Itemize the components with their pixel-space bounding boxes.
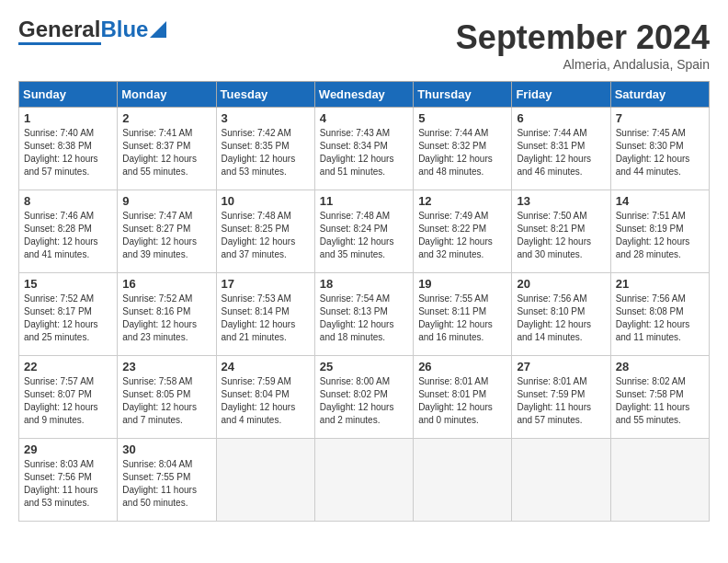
cell-details: Sunrise: 8:04 AM Sunset: 7:55 PM Dayligh… bbox=[122, 458, 210, 510]
logo: General Blue bbox=[18, 18, 166, 45]
calendar-cell: 13Sunrise: 7:50 AM Sunset: 8:21 PM Dayli… bbox=[512, 190, 610, 273]
cell-details: Sunrise: 7:52 AM Sunset: 8:16 PM Dayligh… bbox=[122, 293, 210, 344]
day-number: 10 bbox=[222, 194, 310, 208]
col-sunday: Sunday bbox=[19, 82, 118, 108]
day-number: 29 bbox=[24, 442, 112, 456]
col-friday: Friday bbox=[512, 82, 610, 108]
day-number: 12 bbox=[418, 194, 506, 208]
calendar-cell: 18Sunrise: 7:54 AM Sunset: 8:13 PM Dayli… bbox=[314, 273, 413, 356]
calendar-cell: 24Sunrise: 7:59 AM Sunset: 8:04 PM Dayli… bbox=[216, 356, 314, 439]
calendar-cell bbox=[314, 439, 413, 522]
calendar-cell: 28Sunrise: 8:02 AM Sunset: 7:58 PM Dayli… bbox=[610, 356, 709, 439]
calendar-cell: 17Sunrise: 7:53 AM Sunset: 8:14 PM Dayli… bbox=[216, 273, 314, 356]
calendar-cell: 16Sunrise: 7:52 AM Sunset: 8:16 PM Dayli… bbox=[118, 273, 216, 356]
calendar-cell: 30Sunrise: 8:04 AM Sunset: 7:55 PM Dayli… bbox=[118, 439, 216, 522]
day-number: 4 bbox=[320, 111, 408, 125]
cell-details: Sunrise: 7:48 AM Sunset: 8:24 PM Dayligh… bbox=[320, 210, 408, 261]
calendar-cell bbox=[610, 439, 709, 522]
day-number: 28 bbox=[616, 360, 704, 373]
cell-details: Sunrise: 7:48 AM Sunset: 8:25 PM Dayligh… bbox=[222, 210, 310, 261]
cell-details: Sunrise: 7:55 AM Sunset: 8:11 PM Dayligh… bbox=[418, 293, 506, 344]
calendar-cell: 27Sunrise: 8:01 AM Sunset: 7:59 PM Dayli… bbox=[512, 356, 610, 439]
day-number: 11 bbox=[320, 194, 408, 208]
cell-details: Sunrise: 8:01 AM Sunset: 7:59 PM Dayligh… bbox=[517, 375, 605, 427]
calendar-cell: 1Sunrise: 7:40 AM Sunset: 8:38 PM Daylig… bbox=[19, 108, 118, 190]
cell-details: Sunrise: 7:44 AM Sunset: 8:31 PM Dayligh… bbox=[517, 127, 605, 178]
calendar-cell: 22Sunrise: 7:57 AM Sunset: 8:07 PM Dayli… bbox=[19, 356, 118, 439]
day-number: 19 bbox=[418, 277, 506, 291]
calendar-cell: 19Sunrise: 7:55 AM Sunset: 8:11 PM Dayli… bbox=[414, 273, 512, 356]
day-number: 14 bbox=[616, 194, 704, 208]
calendar-table: Sunday Monday Tuesday Wednesday Thursday… bbox=[18, 81, 710, 522]
calendar-cell bbox=[216, 439, 314, 522]
day-number: 24 bbox=[222, 360, 310, 373]
calendar-cell bbox=[512, 439, 610, 522]
day-number: 8 bbox=[24, 194, 112, 208]
calendar-cell: 26Sunrise: 8:01 AM Sunset: 8:01 PM Dayli… bbox=[414, 356, 512, 439]
calendar-cell: 14Sunrise: 7:51 AM Sunset: 8:19 PM Dayli… bbox=[610, 190, 709, 273]
calendar-week-row: 15Sunrise: 7:52 AM Sunset: 8:17 PM Dayli… bbox=[19, 273, 710, 356]
logo-general-text: General bbox=[18, 18, 100, 40]
day-number: 3 bbox=[222, 111, 310, 125]
day-number: 17 bbox=[222, 277, 310, 291]
cell-details: Sunrise: 8:00 AM Sunset: 8:02 PM Dayligh… bbox=[320, 375, 408, 427]
calendar-cell: 20Sunrise: 7:56 AM Sunset: 8:10 PM Dayli… bbox=[512, 273, 610, 356]
col-thursday: Thursday bbox=[414, 82, 512, 108]
header-row: Sunday Monday Tuesday Wednesday Thursday… bbox=[19, 82, 710, 108]
day-number: 27 bbox=[517, 360, 605, 373]
calendar-cell: 11Sunrise: 7:48 AM Sunset: 8:24 PM Dayli… bbox=[314, 190, 413, 273]
cell-details: Sunrise: 7:57 AM Sunset: 8:07 PM Dayligh… bbox=[24, 375, 112, 427]
day-number: 2 bbox=[122, 111, 210, 125]
cell-details: Sunrise: 7:43 AM Sunset: 8:34 PM Dayligh… bbox=[320, 127, 408, 178]
calendar-cell: 29Sunrise: 8:03 AM Sunset: 7:56 PM Dayli… bbox=[19, 439, 118, 522]
day-number: 25 bbox=[320, 360, 408, 373]
calendar-cell: 6Sunrise: 7:44 AM Sunset: 8:31 PM Daylig… bbox=[512, 108, 610, 190]
day-number: 30 bbox=[122, 442, 210, 456]
cell-details: Sunrise: 7:56 AM Sunset: 8:08 PM Dayligh… bbox=[616, 293, 704, 344]
day-number: 21 bbox=[616, 277, 704, 291]
cell-details: Sunrise: 7:47 AM Sunset: 8:27 PM Dayligh… bbox=[122, 210, 210, 261]
cell-details: Sunrise: 7:53 AM Sunset: 8:14 PM Dayligh… bbox=[222, 293, 310, 344]
cell-details: Sunrise: 7:51 AM Sunset: 8:19 PM Dayligh… bbox=[616, 210, 704, 261]
day-number: 18 bbox=[320, 277, 408, 291]
month-title: September 2024 bbox=[456, 18, 710, 57]
calendar-cell: 4Sunrise: 7:43 AM Sunset: 8:34 PM Daylig… bbox=[314, 108, 413, 190]
cell-details: Sunrise: 8:02 AM Sunset: 7:58 PM Dayligh… bbox=[616, 375, 704, 427]
page-header: General Blue September 2024 Almeria, And… bbox=[18, 18, 710, 72]
logo-arrow-icon bbox=[150, 21, 166, 38]
col-monday: Monday bbox=[118, 82, 216, 108]
day-number: 20 bbox=[517, 277, 605, 291]
logo-blue-text: Blue bbox=[100, 18, 148, 40]
col-wednesday: Wednesday bbox=[314, 82, 413, 108]
cell-details: Sunrise: 7:56 AM Sunset: 8:10 PM Dayligh… bbox=[517, 293, 605, 344]
cell-details: Sunrise: 7:42 AM Sunset: 8:35 PM Dayligh… bbox=[222, 127, 310, 178]
calendar-cell: 15Sunrise: 7:52 AM Sunset: 8:17 PM Dayli… bbox=[19, 273, 118, 356]
day-number: 13 bbox=[517, 194, 605, 208]
day-number: 15 bbox=[24, 277, 112, 291]
cell-details: Sunrise: 7:46 AM Sunset: 8:28 PM Dayligh… bbox=[24, 210, 112, 261]
svg-marker-0 bbox=[150, 21, 166, 38]
cell-details: Sunrise: 7:40 AM Sunset: 8:38 PM Dayligh… bbox=[24, 127, 112, 178]
calendar-cell: 3Sunrise: 7:42 AM Sunset: 8:35 PM Daylig… bbox=[216, 108, 314, 190]
day-number: 7 bbox=[616, 111, 704, 125]
calendar-cell: 9Sunrise: 7:47 AM Sunset: 8:27 PM Daylig… bbox=[118, 190, 216, 273]
cell-details: Sunrise: 7:44 AM Sunset: 8:32 PM Dayligh… bbox=[418, 127, 506, 178]
cell-details: Sunrise: 7:58 AM Sunset: 8:05 PM Dayligh… bbox=[122, 375, 210, 427]
cell-details: Sunrise: 8:03 AM Sunset: 7:56 PM Dayligh… bbox=[24, 458, 112, 510]
cell-details: Sunrise: 8:01 AM Sunset: 8:01 PM Dayligh… bbox=[418, 375, 506, 427]
day-number: 22 bbox=[24, 360, 112, 373]
cell-details: Sunrise: 7:41 AM Sunset: 8:37 PM Dayligh… bbox=[122, 127, 210, 178]
calendar-week-row: 1Sunrise: 7:40 AM Sunset: 8:38 PM Daylig… bbox=[19, 108, 710, 190]
calendar-cell: 12Sunrise: 7:49 AM Sunset: 8:22 PM Dayli… bbox=[414, 190, 512, 273]
day-number: 1 bbox=[24, 111, 112, 125]
col-tuesday: Tuesday bbox=[216, 82, 314, 108]
cell-details: Sunrise: 7:59 AM Sunset: 8:04 PM Dayligh… bbox=[222, 375, 310, 427]
calendar-cell: 10Sunrise: 7:48 AM Sunset: 8:25 PM Dayli… bbox=[216, 190, 314, 273]
cell-details: Sunrise: 7:49 AM Sunset: 8:22 PM Dayligh… bbox=[418, 210, 506, 261]
calendar-cell: 2Sunrise: 7:41 AM Sunset: 8:37 PM Daylig… bbox=[118, 108, 216, 190]
cell-details: Sunrise: 7:54 AM Sunset: 8:13 PM Dayligh… bbox=[320, 293, 408, 344]
day-number: 9 bbox=[122, 194, 210, 208]
calendar-cell: 8Sunrise: 7:46 AM Sunset: 8:28 PM Daylig… bbox=[19, 190, 118, 273]
calendar-cell: 21Sunrise: 7:56 AM Sunset: 8:08 PM Dayli… bbox=[610, 273, 709, 356]
calendar-week-row: 8Sunrise: 7:46 AM Sunset: 8:28 PM Daylig… bbox=[19, 190, 710, 273]
